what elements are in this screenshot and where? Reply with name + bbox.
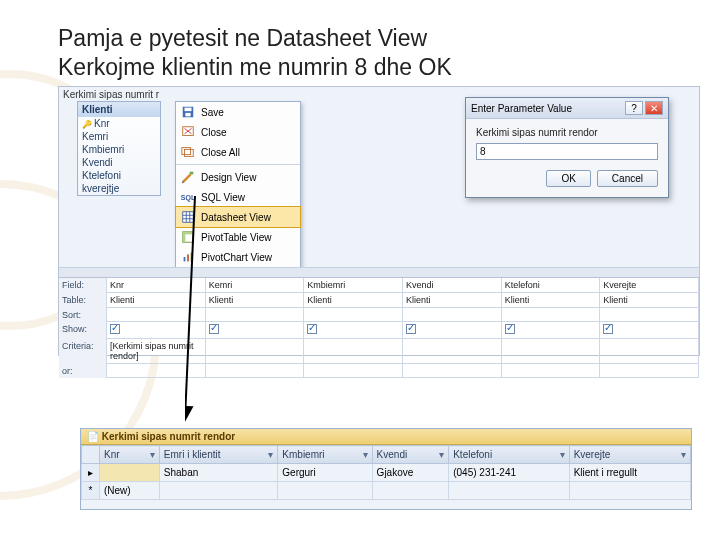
dialog-help-button[interactable]: ?	[625, 101, 643, 115]
sort-arrow-icon[interactable]: ▾	[363, 449, 368, 460]
grid-table-2[interactable]: Klienti	[304, 293, 403, 308]
grid-criteria-2[interactable]	[304, 339, 403, 364]
new-row-marker: *	[82, 482, 100, 500]
grid-field-2[interactable]: Kmbiemri	[304, 278, 403, 293]
menu-design-view[interactable]: Design View	[176, 167, 300, 187]
grid-field-0[interactable]: Knr	[107, 278, 206, 293]
grid-or-0[interactable]	[107, 364, 206, 378]
table-card-header: Klienti	[78, 102, 160, 117]
grid-show-1[interactable]	[206, 322, 305, 339]
cell-emri[interactable]: Shaban	[159, 464, 278, 482]
cell-tel[interactable]: (045) 231-241	[449, 464, 569, 482]
grid-sort-2[interactable]	[304, 308, 403, 322]
dialog-close-button[interactable]: ✕	[645, 101, 663, 115]
col-header-knr[interactable]: Knr▾	[100, 446, 160, 464]
grid-show-3[interactable]	[403, 322, 502, 339]
grid-criteria-1[interactable]	[206, 339, 305, 364]
show-checkbox[interactable]	[209, 324, 219, 334]
title-line-2: Kerkojme klientin me numrin 8 dhe OK	[58, 54, 452, 80]
sort-arrow-icon[interactable]: ▾	[681, 449, 686, 460]
grid-field-1[interactable]: Kemri	[206, 278, 305, 293]
table-card-klienti[interactable]: Klienti Knr Kemri Kmbiemri Kvendi Ktelef…	[77, 101, 161, 196]
grid-table-4[interactable]: Klienti	[502, 293, 601, 308]
sort-arrow-icon[interactable]: ▾	[150, 449, 155, 460]
cell-ver[interactable]: Klient i rregullt	[569, 464, 690, 482]
grid-show-5[interactable]	[600, 322, 699, 339]
query-tab-label: Kerkimi sipas numrit r	[63, 89, 159, 100]
design-view-icon	[180, 170, 196, 184]
grid-sort-5[interactable]	[600, 308, 699, 322]
col-header-vendi[interactable]: Kvendi▾	[372, 446, 449, 464]
grid-criteria-5[interactable]	[600, 339, 699, 364]
menu-close-all[interactable]: Close All	[176, 142, 300, 162]
show-checkbox[interactable]	[603, 324, 613, 334]
grid-criteria-3[interactable]	[403, 339, 502, 364]
cell-new[interactable]: (New)	[100, 482, 160, 500]
cell-mbiemri[interactable]: Gerguri	[278, 464, 372, 482]
field-kvendi[interactable]: Kvendi	[78, 156, 160, 169]
field-kemri[interactable]: Kemri	[78, 130, 160, 143]
grid-or-5[interactable]	[600, 364, 699, 378]
grid-criteria-4[interactable]	[502, 339, 601, 364]
sort-arrow-icon[interactable]: ▾	[439, 449, 444, 460]
tab-context-menu: Save Close Close All Design View SQLSQL …	[175, 101, 301, 268]
close-all-icon	[180, 145, 196, 159]
grid-table-3[interactable]: Klienti	[403, 293, 502, 308]
menu-save[interactable]: Save	[176, 102, 300, 122]
rowlabel-sort: Sort:	[59, 308, 107, 322]
parameter-input[interactable]	[476, 143, 658, 160]
col-header-tel[interactable]: Ktelefoni▾	[449, 446, 569, 464]
svg-marker-8	[183, 174, 192, 183]
grid-table-1[interactable]: Klienti	[206, 293, 305, 308]
horizontal-scrollbar[interactable]	[59, 267, 699, 277]
rowlabel-criteria: Criteria:	[59, 339, 107, 364]
menu-pivottable-view[interactable]: PivotTable View	[176, 227, 300, 247]
show-checkbox[interactable]	[505, 324, 515, 334]
col-header-emri[interactable]: Emri i klientit▾	[159, 446, 278, 464]
grid-field-5[interactable]: Kverejte	[600, 278, 699, 293]
sort-arrow-icon[interactable]: ▾	[560, 449, 565, 460]
query-field-grid: Field: Knr Kemri Kmbiemri Kvendi Ktelefo…	[59, 277, 699, 355]
grid-criteria-0[interactable]: [Kerkimi sipas numrit rendor]	[107, 339, 206, 364]
grid-show-4[interactable]	[502, 322, 601, 339]
menu-pivotchart-view[interactable]: PivotChart View	[176, 247, 300, 267]
grid-sort-0[interactable]	[107, 308, 206, 322]
cell-knr[interactable]	[100, 464, 160, 482]
cancel-button[interactable]: Cancel	[597, 170, 658, 187]
col-header-ver[interactable]: Kverejte▾	[569, 446, 690, 464]
field-knr[interactable]: Knr	[78, 117, 160, 130]
pivotchart-view-icon	[180, 250, 196, 264]
row-selector[interactable]: ▸	[82, 464, 100, 482]
menu-sql-view[interactable]: SQLSQL View	[176, 187, 300, 207]
grid-or-4[interactable]	[502, 364, 601, 378]
grid-field-3[interactable]: Kvendi	[403, 278, 502, 293]
grid-or-1[interactable]	[206, 364, 305, 378]
cell-vendi[interactable]: Gjakove	[372, 464, 449, 482]
grid-or-3[interactable]	[403, 364, 502, 378]
result-datasheet: 📄 Kerkimi sipas numrit rendor Knr▾ Emri …	[80, 428, 692, 510]
grid-show-0[interactable]	[107, 322, 206, 339]
grid-table-5[interactable]: Klienti	[600, 293, 699, 308]
title-line-1: Pamja e pyetesit ne Datasheet View	[58, 25, 427, 51]
result-row[interactable]: ▸ Shaban Gerguri Gjakove (045) 231-241 K…	[82, 464, 691, 482]
show-checkbox[interactable]	[110, 324, 120, 334]
sql-view-icon: SQL	[180, 190, 196, 204]
menu-close[interactable]: Close	[176, 122, 300, 142]
show-checkbox[interactable]	[307, 324, 317, 334]
grid-field-4[interactable]: Ktelefoni	[502, 278, 601, 293]
ok-button[interactable]: OK	[546, 170, 590, 187]
field-kmbiemri[interactable]: Kmbiemri	[78, 143, 160, 156]
show-checkbox[interactable]	[406, 324, 416, 334]
field-kverejtje[interactable]: kverejtje	[78, 182, 160, 195]
field-ktelefoni[interactable]: Ktelefoni	[78, 169, 160, 182]
col-header-mbiemri[interactable]: Kmbiemri▾	[278, 446, 372, 464]
grid-show-2[interactable]	[304, 322, 403, 339]
menu-datasheet-view[interactable]: Datasheet View	[176, 207, 300, 227]
grid-sort-1[interactable]	[206, 308, 305, 322]
grid-table-0[interactable]: Klienti	[107, 293, 206, 308]
new-row[interactable]: * (New)	[82, 482, 691, 500]
sort-arrow-icon[interactable]: ▾	[268, 449, 273, 460]
grid-sort-4[interactable]	[502, 308, 601, 322]
grid-sort-3[interactable]	[403, 308, 502, 322]
grid-or-2[interactable]	[304, 364, 403, 378]
